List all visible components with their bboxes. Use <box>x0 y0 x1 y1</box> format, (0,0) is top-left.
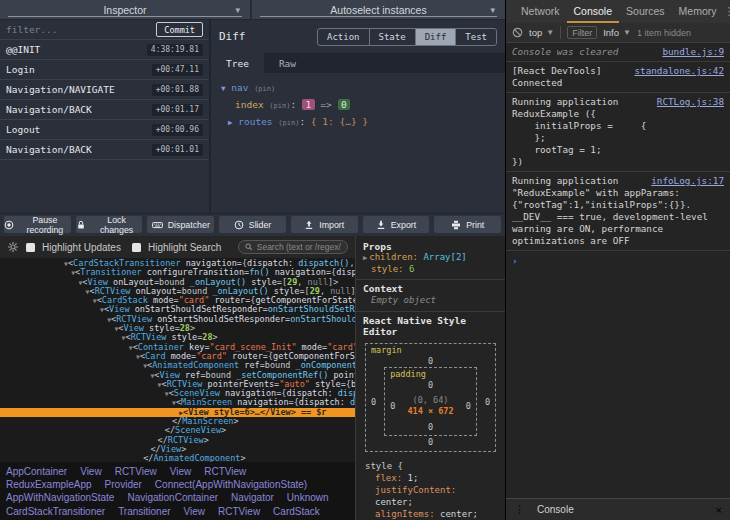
component-tree-row[interactable]: ▼<RCTView style=28> <box>0 333 355 342</box>
collapse-arrow-icon[interactable]: ▶ <box>363 254 367 262</box>
component-tree-row[interactable]: ▼<View style=28> <box>0 324 355 333</box>
highlight-updates-checkbox[interactable] <box>26 243 35 252</box>
action-row[interactable]: Login+00:47.11 <box>0 60 209 80</box>
pause-recording-button[interactable]: Pause recording <box>4 216 71 233</box>
tab-raw[interactable]: Raw <box>264 53 311 73</box>
lock-changes-button[interactable]: Lock changes <box>76 216 143 233</box>
breadcrumb-item[interactable]: Transitioner <box>118 505 170 518</box>
tab-test[interactable]: Test <box>455 29 496 45</box>
margin-right-value[interactable]: 0 <box>485 397 490 407</box>
padding-bottom-value[interactable]: 0 <box>390 421 471 433</box>
autoselect-instances-dropdown[interactable]: Autoselect instances ▾ <box>252 0 505 19</box>
log-level-selector[interactable]: Info ▼ <box>603 27 631 38</box>
component-tree-row[interactable]: ▼<Card mode="card" router={getComponentF… <box>0 352 355 361</box>
style-rule-line[interactable]: alignItems: center; <box>365 508 498 520</box>
close-icon[interactable]: × <box>716 504 722 516</box>
margin-bottom-value[interactable]: 0 <box>371 436 490 448</box>
print-button[interactable]: Print <box>434 216 501 233</box>
breadcrumb-item[interactable]: Navigator <box>231 491 274 504</box>
tab-state[interactable]: State <box>369 29 415 45</box>
component-tree-row[interactable]: </MainScreen> <box>0 417 355 426</box>
diff-tree-row-routes[interactable]: ▶ routes (pin): { 1: {…} } <box>221 114 495 131</box>
highlight-search-checkbox[interactable] <box>132 243 141 252</box>
breadcrumb-item[interactable]: View <box>170 465 192 478</box>
action-row[interactable]: Navigation/NAVIGATE+00:01.88 <box>0 80 209 100</box>
component-tree-row[interactable]: ▼<View onLayout=bound _onLayout() style=… <box>0 278 355 287</box>
devtools-tab-console[interactable]: Console <box>567 0 620 23</box>
component-tree-row[interactable]: ▼<Transitioner configureTransition=fn() … <box>0 268 355 277</box>
source-link[interactable]: standalone.js:42 <box>634 65 724 77</box>
devtools-tab-network[interactable]: Network <box>514 0 567 23</box>
component-tree-row[interactable]: ▼<CardStack mode="card" router={getCompo… <box>0 296 355 305</box>
slider-button[interactable]: Slider <box>219 216 286 233</box>
action-row[interactable]: @@INIT4:38:19.81 <box>0 40 209 60</box>
commit-button[interactable]: Commit <box>156 22 203 37</box>
box-model-padding[interactable]: padding 0 0 (0, 64) 414 × 672 0 0 <box>384 367 477 436</box>
breadcrumb-item[interactable]: ReduxExampleApp <box>6 478 92 491</box>
breadcrumb-item[interactable]: View <box>80 465 102 478</box>
breadcrumb-item[interactable]: AppContainer <box>6 465 67 478</box>
padding-top-value[interactable]: 0 <box>390 379 471 391</box>
console-prompt[interactable]: › <box>506 251 730 270</box>
action-row[interactable]: Navigation/BACK+00:01.01 <box>0 140 209 160</box>
diff-tree-row-nav[interactable]: ▼ nav (pin) <box>221 80 495 97</box>
component-tree-row[interactable]: ▼<MainScreen navigation={dispatch: dispa… <box>0 398 355 407</box>
inspector-dropdown[interactable]: Inspector ▾ <box>0 0 252 19</box>
filter-input[interactable]: filter... <box>6 24 57 35</box>
import-button[interactable]: Import <box>291 216 358 233</box>
prop-children-row[interactable]: ▶children: Array[2] <box>363 252 498 264</box>
component-tree-row[interactable]: </View> <box>0 445 355 454</box>
component-tree-row[interactable]: ▼<CardStackTransitioner navigation={disp… <box>0 259 355 268</box>
breadcrumb-item[interactable]: Unknown <box>287 491 329 504</box>
action-row[interactable]: Logout+00:00.96 <box>0 120 209 140</box>
breadcrumb-item[interactable]: View <box>184 505 206 518</box>
breadcrumb-item[interactable]: CardStack <box>273 505 320 518</box>
context-selector[interactable]: top ▼ <box>529 27 554 38</box>
kebab-menu-icon[interactable]: ⋮ <box>514 503 525 516</box>
component-tree-row[interactable]: </SceneView> <box>0 426 355 435</box>
expand-arrow-icon[interactable]: ▼ <box>221 84 226 93</box>
source-link[interactable]: bundle.js:9 <box>662 46 724 58</box>
breadcrumb-item[interactable]: CardStackTransitioner <box>6 505 105 518</box>
margin-top-value[interactable]: 0 <box>371 355 490 367</box>
devtools-tab-sources[interactable]: Sources <box>619 0 672 23</box>
tab-diff[interactable]: Diff <box>415 29 456 45</box>
source-link[interactable]: infoLog.js:17 <box>651 175 724 187</box>
style-rule-line[interactable]: justifyContent: center; <box>365 484 498 508</box>
component-tree-row[interactable]: ▼<RCTView pointerEvents="auto" style={ba… <box>0 380 355 389</box>
dispatcher-button[interactable]: Dispatcher <box>147 216 214 233</box>
collapse-arrow-icon[interactable]: ▶ <box>228 118 233 127</box>
devtools-tab-memory[interactable]: Memory <box>672 0 724 23</box>
component-tree-row[interactable]: ▼<RCTView onLayout=bound _onLayout() sty… <box>0 287 355 296</box>
component-tree-row[interactable]: ▼<View ref=bound _setComponentRef() poin… <box>0 371 355 380</box>
component-tree-row[interactable]: ▼<RCTView onStartShouldSetResponder=onSt… <box>0 315 355 324</box>
component-tree-row[interactable]: </AnimatedComponent> <box>0 454 355 462</box>
tab-action[interactable]: Action <box>318 29 369 45</box>
breadcrumb-item[interactable]: RCTView <box>115 465 157 478</box>
diff-tree-row-index[interactable]: index (pin): 1 => 0 <box>221 97 495 114</box>
console-filter-input[interactable]: Filter <box>567 26 597 39</box>
component-tree-row[interactable]: ▼<View onStartShouldSetResponder=onStart… <box>0 305 355 314</box>
padding-left-value[interactable]: 0 <box>390 401 395 411</box>
tab-tree[interactable]: Tree <box>211 53 264 73</box>
component-search-input[interactable]: Search (text or /regex/) <box>238 240 348 254</box>
breadcrumb-item[interactable]: RCTView <box>204 465 246 478</box>
action-row[interactable]: Navigation/BACK+00:01.17 <box>0 100 209 120</box>
footer-console-tab[interactable]: Console <box>537 504 574 515</box>
padding-right-value[interactable]: 0 <box>466 401 471 411</box>
clear-console-icon[interactable] <box>512 27 523 38</box>
component-tree-row[interactable]: ▼<Container key="card_scene_Init" mode="… <box>0 343 355 352</box>
box-model-margin[interactable]: margin 0 0 padding 0 0 (0, 64) 414 × 672 <box>365 343 496 452</box>
component-tree-row[interactable]: </RCTView> <box>0 436 355 445</box>
breadcrumb-item[interactable]: Provider <box>105 478 142 491</box>
component-tree-row-selected[interactable]: ▶<View style=6>…</View> == $r <box>0 408 355 417</box>
prop-style-row[interactable]: style: 6 <box>363 264 498 275</box>
breadcrumb-item[interactable]: RCTView <box>218 505 260 518</box>
style-rule-line[interactable]: flex: 1; <box>365 472 498 484</box>
breadcrumb-item[interactable]: Connect(AppWithNavigationState) <box>155 478 307 491</box>
breadcrumb-item[interactable]: NavigationContainer <box>127 491 218 504</box>
gear-icon[interactable] <box>7 241 19 253</box>
component-tree-row[interactable]: ▼<SceneView navigation={dispatch: dispat… <box>0 389 355 398</box>
margin-left-value[interactable]: 0 <box>371 397 376 407</box>
kebab-menu-icon[interactable]: ⋮ <box>724 5 730 18</box>
